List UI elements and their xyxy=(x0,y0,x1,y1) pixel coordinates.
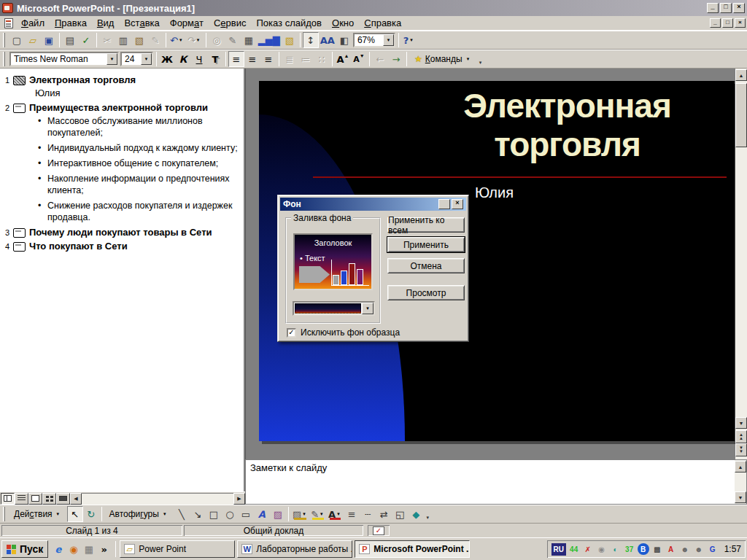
bold-button[interactable]: Ж xyxy=(159,51,175,67)
slide-icon[interactable] xyxy=(13,228,26,238)
fill-color-dropdown-arrow[interactable]: ▾ xyxy=(303,511,308,517)
menu-item-2[interactable]: Правка xyxy=(50,16,92,30)
open-button[interactable]: ▱ xyxy=(25,32,41,48)
line-color-dropdown-arrow[interactable]: ▾ xyxy=(320,511,325,517)
task-powerpoint-folder[interactable]: ▱Power Point xyxy=(120,540,235,558)
numbering-button[interactable]: ≔ xyxy=(298,51,314,67)
arrow-button[interactable]: ↘ xyxy=(190,506,206,522)
hscroll-track[interactable] xyxy=(82,493,233,505)
apply-to-all-button[interactable]: Применить ко всем xyxy=(387,217,465,233)
outline-slide-row[interactable]: 4Что покупают в Сети xyxy=(1,241,242,252)
fill-color-dropdown[interactable]: ▼ xyxy=(293,301,375,316)
bullets-button[interactable]: ∷ xyxy=(314,51,330,67)
expand-all-button[interactable]: ↕ xyxy=(303,32,319,48)
app-restore-button[interactable]: □ xyxy=(720,3,732,13)
tables-and-borders-button[interactable]: ✎ xyxy=(225,32,241,48)
wordart-button[interactable]: A xyxy=(254,506,270,522)
line-button[interactable]: ╲ xyxy=(174,506,190,522)
scroll-thumb[interactable] xyxy=(735,83,747,147)
insert-hyperlink-button[interactable]: ◎ xyxy=(209,32,225,48)
slide-sorter-view-button[interactable] xyxy=(42,493,56,505)
autoshapes-menu-button[interactable]: Автофигуры▾ xyxy=(104,506,174,522)
format-painter-button[interactable]: ✎ xyxy=(147,32,163,48)
dropdown-arrow-icon[interactable]: ▼ xyxy=(362,303,374,314)
insert-chart-button[interactable]: ▂▅▇ xyxy=(257,32,282,48)
menu-item-7[interactable]: Показ слайдов xyxy=(251,16,327,30)
tray-download-icon[interactable]: G xyxy=(707,543,719,555)
previous-slide-button[interactable]: ▲▲ xyxy=(735,430,747,443)
tray-ati-icon[interactable]: A xyxy=(665,543,677,555)
formatting-toolbar-more-buttons[interactable]: ▾ xyxy=(477,51,484,67)
redo-button[interactable]: ↷▾ xyxy=(186,32,204,48)
outline-bullet-item[interactable]: •Массовое обслуживание миллионов покупат… xyxy=(38,115,242,139)
common-tasks-menu-button[interactable]: ★Команды▾ xyxy=(409,51,477,67)
insert-table-button[interactable]: ▦ xyxy=(241,32,257,48)
dialog-help-button[interactable] xyxy=(438,199,450,209)
media-player-icon[interactable]: ◉ xyxy=(66,541,81,557)
decrease-font-size-button[interactable]: A▼ xyxy=(351,51,367,67)
tray-users1-icon[interactable]: ☻ xyxy=(679,543,691,555)
free-rotate-button[interactable]: ↻ xyxy=(83,506,99,522)
italic-button[interactable]: К xyxy=(175,51,191,67)
font-color-button[interactable]: А▾ xyxy=(327,506,344,522)
language-indicator[interactable]: RU xyxy=(551,543,566,556)
tray-volume-icon[interactable]: ◉ xyxy=(596,543,608,555)
menu-item-3[interactable]: Вид xyxy=(92,16,120,30)
outline-bullet-item[interactable]: •Снижение расходов покупателя и издержек… xyxy=(38,200,242,223)
formatting-toolbar-grip[interactable] xyxy=(3,52,5,66)
3d-button[interactable]: ◆ xyxy=(408,506,424,522)
tray-network-error-icon[interactable]: ✗ xyxy=(582,543,594,555)
line-color-button[interactable]: ✎▾ xyxy=(309,506,327,522)
next-slide-button[interactable]: ▼▼ xyxy=(735,443,747,456)
align-center-button[interactable]: ≡ xyxy=(244,51,260,67)
zoom-combo[interactable]: 67%▼ xyxy=(353,33,395,47)
scroll-down-arrow[interactable]: ▼ xyxy=(735,417,747,429)
tray-temperature-icon[interactable]: 37 xyxy=(624,543,635,555)
tray-pattern-icon[interactable]: ▩ xyxy=(651,543,663,555)
copy-button[interactable]: ▥ xyxy=(115,32,131,48)
align-left-button[interactable]: ≡ xyxy=(228,51,244,67)
dialog-close-button[interactable]: × xyxy=(452,199,463,209)
cancel-button[interactable]: Отмена xyxy=(387,258,465,273)
arrow-style-button[interactable]: ⇄ xyxy=(376,506,392,522)
outline-slide-row[interactable]: 1Электронная торговля xyxy=(1,74,242,86)
font-size-combo[interactable]: 24▼ xyxy=(120,52,153,66)
outline-slide-title[interactable]: Что покупают в Сети xyxy=(29,241,128,252)
drawing-toolbar-grip[interactable] xyxy=(3,507,5,521)
tray-monitor-icon[interactable]: 44 xyxy=(568,543,580,555)
notes-scroll-down[interactable]: ▼ xyxy=(735,491,746,503)
tray-users2-icon[interactable]: ☻ xyxy=(693,543,705,555)
menu-item-9[interactable]: Справка xyxy=(359,16,406,30)
preview-button[interactable]: Просмотр xyxy=(387,285,465,300)
font-name-combo[interactable]: Times New Roman▼ xyxy=(9,52,119,66)
shadow-button[interactable]: ◱ xyxy=(392,506,408,522)
doc-restore-button[interactable]: □ xyxy=(722,18,733,28)
menu-item-6[interactable]: Сервис xyxy=(209,16,252,30)
promote-button[interactable]: ← xyxy=(372,51,388,67)
drawing-toolbar-more-buttons[interactable]: ▾ xyxy=(424,506,431,522)
quick-launch-chevron-icon[interactable]: » xyxy=(96,541,112,557)
line-spacing-button[interactable]: ≣ xyxy=(282,51,298,67)
cut-button[interactable]: ✂ xyxy=(99,32,115,48)
show-formatting-button[interactable]: AA xyxy=(319,32,336,48)
rectangle-button[interactable]: □ xyxy=(206,506,222,522)
slide-show-button[interactable] xyxy=(56,493,70,505)
internet-explorer-icon[interactable]: e xyxy=(50,541,66,557)
font-name-dropdown-arrow[interactable]: ▼ xyxy=(107,53,117,65)
outline-slide-row[interactable]: 3Почему люди покупают товары в Сети xyxy=(1,227,242,238)
new-slide-button[interactable]: ▧ xyxy=(282,32,298,48)
line-style-button[interactable]: ≡ xyxy=(344,506,360,522)
help-dropdown-arrow[interactable]: ▾ xyxy=(410,37,415,43)
slide-vertical-scrollbar[interactable]: ▲ ▼ ▲▲ ▼▼ xyxy=(735,69,747,459)
undo-button[interactable]: ↶▾ xyxy=(169,32,186,48)
paste-button[interactable]: ▧ xyxy=(131,32,147,48)
slide-subtitle[interactable]: Юлия xyxy=(475,184,514,201)
slide-view-button[interactable] xyxy=(28,493,42,505)
undo-dropdown-arrow[interactable]: ▾ xyxy=(179,37,185,43)
tray-bluetooth-icon[interactable]: B xyxy=(638,543,649,555)
zoom-dropdown-arrow[interactable]: ▼ xyxy=(383,34,394,46)
insert-clipart-button[interactable]: ▨ xyxy=(270,506,286,522)
doc-minimize-button[interactable]: _ xyxy=(710,18,721,28)
menu-item-4[interactable]: Вставка xyxy=(119,16,164,30)
spelling-button[interactable]: ✓ xyxy=(78,32,94,48)
